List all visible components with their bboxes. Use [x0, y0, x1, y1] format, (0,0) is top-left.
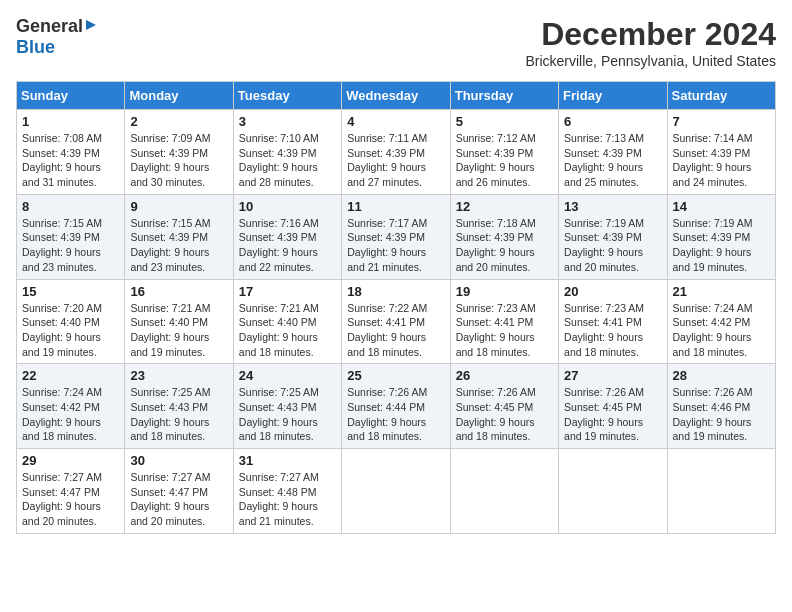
day-number: 15: [22, 284, 119, 299]
day-number: 8: [22, 199, 119, 214]
calendar-cell: 25 Sunrise: 7:26 AM Sunset: 4:44 PM Dayl…: [342, 364, 450, 449]
calendar-cell: [450, 449, 558, 534]
location-text: Brickerville, Pennsylvania, United State…: [525, 53, 776, 69]
day-info: Sunrise: 7:24 AM Sunset: 4:42 PM Dayligh…: [673, 302, 753, 358]
day-number: 6: [564, 114, 661, 129]
calendar-row: 29 Sunrise: 7:27 AM Sunset: 4:47 PM Dayl…: [17, 449, 776, 534]
calendar-cell: 5 Sunrise: 7:12 AM Sunset: 4:39 PM Dayli…: [450, 110, 558, 195]
day-number: 28: [673, 368, 770, 383]
day-number: 20: [564, 284, 661, 299]
calendar-cell: 29 Sunrise: 7:27 AM Sunset: 4:47 PM Dayl…: [17, 449, 125, 534]
day-number: 23: [130, 368, 227, 383]
header-monday: Monday: [125, 82, 233, 110]
header-thursday: Thursday: [450, 82, 558, 110]
calendar-cell: 6 Sunrise: 7:13 AM Sunset: 4:39 PM Dayli…: [559, 110, 667, 195]
day-number: 7: [673, 114, 770, 129]
calendar-cell: 30 Sunrise: 7:27 AM Sunset: 4:47 PM Dayl…: [125, 449, 233, 534]
calendar-cell: 1 Sunrise: 7:08 AM Sunset: 4:39 PM Dayli…: [17, 110, 125, 195]
logo-icon: [84, 18, 98, 32]
logo-blue-text: Blue: [16, 37, 55, 58]
calendar-cell: 31 Sunrise: 7:27 AM Sunset: 4:48 PM Dayl…: [233, 449, 341, 534]
calendar-cell: 7 Sunrise: 7:14 AM Sunset: 4:39 PM Dayli…: [667, 110, 775, 195]
day-number: 9: [130, 199, 227, 214]
day-number: 17: [239, 284, 336, 299]
day-info: Sunrise: 7:27 AM Sunset: 4:48 PM Dayligh…: [239, 471, 319, 527]
calendar-cell: 27 Sunrise: 7:26 AM Sunset: 4:45 PM Dayl…: [559, 364, 667, 449]
day-number: 14: [673, 199, 770, 214]
calendar-cell: 22 Sunrise: 7:24 AM Sunset: 4:42 PM Dayl…: [17, 364, 125, 449]
day-number: 5: [456, 114, 553, 129]
day-info: Sunrise: 7:26 AM Sunset: 4:45 PM Dayligh…: [456, 386, 536, 442]
day-info: Sunrise: 7:16 AM Sunset: 4:39 PM Dayligh…: [239, 217, 319, 273]
calendar-cell: 11 Sunrise: 7:17 AM Sunset: 4:39 PM Dayl…: [342, 194, 450, 279]
day-info: Sunrise: 7:27 AM Sunset: 4:47 PM Dayligh…: [130, 471, 210, 527]
day-info: Sunrise: 7:11 AM Sunset: 4:39 PM Dayligh…: [347, 132, 427, 188]
day-info: Sunrise: 7:10 AM Sunset: 4:39 PM Dayligh…: [239, 132, 319, 188]
calendar-cell: 19 Sunrise: 7:23 AM Sunset: 4:41 PM Dayl…: [450, 279, 558, 364]
calendar-cell: 12 Sunrise: 7:18 AM Sunset: 4:39 PM Dayl…: [450, 194, 558, 279]
day-info: Sunrise: 7:09 AM Sunset: 4:39 PM Dayligh…: [130, 132, 210, 188]
svg-marker-0: [86, 20, 96, 30]
day-info: Sunrise: 7:15 AM Sunset: 4:39 PM Dayligh…: [22, 217, 102, 273]
day-number: 29: [22, 453, 119, 468]
day-info: Sunrise: 7:14 AM Sunset: 4:39 PM Dayligh…: [673, 132, 753, 188]
day-info: Sunrise: 7:26 AM Sunset: 4:44 PM Dayligh…: [347, 386, 427, 442]
calendar-cell: 17 Sunrise: 7:21 AM Sunset: 4:40 PM Dayl…: [233, 279, 341, 364]
page-header: General Blue December 2024 Brickerville,…: [16, 16, 776, 69]
title-section: December 2024 Brickerville, Pennsylvania…: [525, 16, 776, 69]
day-info: Sunrise: 7:25 AM Sunset: 4:43 PM Dayligh…: [130, 386, 210, 442]
calendar-cell: 21 Sunrise: 7:24 AM Sunset: 4:42 PM Dayl…: [667, 279, 775, 364]
day-info: Sunrise: 7:13 AM Sunset: 4:39 PM Dayligh…: [564, 132, 644, 188]
day-info: Sunrise: 7:20 AM Sunset: 4:40 PM Dayligh…: [22, 302, 102, 358]
day-number: 18: [347, 284, 444, 299]
day-info: Sunrise: 7:17 AM Sunset: 4:39 PM Dayligh…: [347, 217, 427, 273]
logo-general-text: General: [16, 16, 83, 37]
day-number: 4: [347, 114, 444, 129]
calendar-table: Sunday Monday Tuesday Wednesday Thursday…: [16, 81, 776, 534]
header-sunday: Sunday: [17, 82, 125, 110]
day-info: Sunrise: 7:24 AM Sunset: 4:42 PM Dayligh…: [22, 386, 102, 442]
day-info: Sunrise: 7:26 AM Sunset: 4:45 PM Dayligh…: [564, 386, 644, 442]
calendar-row: 15 Sunrise: 7:20 AM Sunset: 4:40 PM Dayl…: [17, 279, 776, 364]
logo: General Blue: [16, 16, 98, 58]
calendar-cell: [559, 449, 667, 534]
day-info: Sunrise: 7:25 AM Sunset: 4:43 PM Dayligh…: [239, 386, 319, 442]
day-info: Sunrise: 7:22 AM Sunset: 4:41 PM Dayligh…: [347, 302, 427, 358]
day-info: Sunrise: 7:15 AM Sunset: 4:39 PM Dayligh…: [130, 217, 210, 273]
calendar-cell: [667, 449, 775, 534]
day-number: 16: [130, 284, 227, 299]
day-number: 24: [239, 368, 336, 383]
calendar-cell: 18 Sunrise: 7:22 AM Sunset: 4:41 PM Dayl…: [342, 279, 450, 364]
header-friday: Friday: [559, 82, 667, 110]
calendar-cell: 26 Sunrise: 7:26 AM Sunset: 4:45 PM Dayl…: [450, 364, 558, 449]
day-number: 2: [130, 114, 227, 129]
calendar-row: 1 Sunrise: 7:08 AM Sunset: 4:39 PM Dayli…: [17, 110, 776, 195]
day-number: 12: [456, 199, 553, 214]
calendar-cell: 20 Sunrise: 7:23 AM Sunset: 4:41 PM Dayl…: [559, 279, 667, 364]
calendar-cell: 4 Sunrise: 7:11 AM Sunset: 4:39 PM Dayli…: [342, 110, 450, 195]
day-info: Sunrise: 7:08 AM Sunset: 4:39 PM Dayligh…: [22, 132, 102, 188]
calendar-cell: 15 Sunrise: 7:20 AM Sunset: 4:40 PM Dayl…: [17, 279, 125, 364]
day-info: Sunrise: 7:21 AM Sunset: 4:40 PM Dayligh…: [130, 302, 210, 358]
calendar-cell: 2 Sunrise: 7:09 AM Sunset: 4:39 PM Dayli…: [125, 110, 233, 195]
month-title: December 2024: [525, 16, 776, 53]
calendar-cell: 10 Sunrise: 7:16 AM Sunset: 4:39 PM Dayl…: [233, 194, 341, 279]
day-info: Sunrise: 7:12 AM Sunset: 4:39 PM Dayligh…: [456, 132, 536, 188]
day-info: Sunrise: 7:23 AM Sunset: 4:41 PM Dayligh…: [456, 302, 536, 358]
header-wednesday: Wednesday: [342, 82, 450, 110]
day-info: Sunrise: 7:27 AM Sunset: 4:47 PM Dayligh…: [22, 471, 102, 527]
day-info: Sunrise: 7:26 AM Sunset: 4:46 PM Dayligh…: [673, 386, 753, 442]
calendar-cell: 24 Sunrise: 7:25 AM Sunset: 4:43 PM Dayl…: [233, 364, 341, 449]
calendar-cell: [342, 449, 450, 534]
day-info: Sunrise: 7:19 AM Sunset: 4:39 PM Dayligh…: [673, 217, 753, 273]
header-tuesday: Tuesday: [233, 82, 341, 110]
day-number: 3: [239, 114, 336, 129]
day-number: 21: [673, 284, 770, 299]
day-number: 10: [239, 199, 336, 214]
day-info: Sunrise: 7:23 AM Sunset: 4:41 PM Dayligh…: [564, 302, 644, 358]
day-number: 31: [239, 453, 336, 468]
calendar-cell: 3 Sunrise: 7:10 AM Sunset: 4:39 PM Dayli…: [233, 110, 341, 195]
day-number: 22: [22, 368, 119, 383]
header-saturday: Saturday: [667, 82, 775, 110]
day-number: 30: [130, 453, 227, 468]
